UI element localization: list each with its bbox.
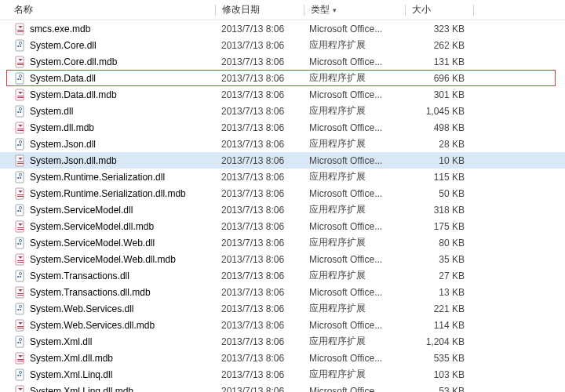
table-row[interactable]: System.Xml.dll.mdb2013/7/13 8:06Microsof… (0, 350, 565, 366)
table-row[interactable]: System.Web.Services.dll2013/7/13 8:06应用程… (0, 300, 565, 317)
table-row[interactable]: System.Xml.Linq.dll2013/7/13 8:06应用程序扩展1… (0, 366, 565, 383)
table-row[interactable]: System.Json.dll.mdb2013/7/13 8:06Microso… (0, 152, 565, 169)
svg-rect-65 (17, 328, 24, 328)
cell-date: 2013/7/13 8:06 (215, 89, 303, 100)
file-name: System.Xml.Linq.dll.mdb (30, 386, 133, 393)
table-row[interactable]: System.Transactions.dll.mdb2013/7/13 8:0… (0, 284, 565, 300)
cell-date: 2013/7/13 8:06 (215, 353, 303, 364)
svg-rect-58 (17, 295, 24, 296)
cell-size: 221 KB (403, 303, 471, 314)
svg-rect-1 (17, 30, 24, 31)
table-row[interactable]: System.Core.dll.mdb2013/7/13 8:06Microso… (0, 53, 565, 70)
mdb-file-icon (14, 89, 27, 101)
mdb-file-icon (14, 385, 27, 393)
table-row[interactable]: System.ServiceModel.dll2013/7/13 8:06应用程… (0, 201, 565, 218)
column-header-row: 名称 修改日期 类型 ▾ 大小 (0, 0, 565, 20)
table-row[interactable]: System.Data.dll.mdb2013/7/13 8:06Microso… (0, 86, 565, 103)
cell-date: 2013/7/13 8:06 (215, 303, 303, 314)
cell-date: 2013/7/13 8:06 (215, 320, 303, 331)
cell-size: 80 KB (403, 238, 471, 249)
dll-file-icon (14, 368, 27, 381)
table-row[interactable]: System.ServiceModel.Web.dll.mdb2013/7/13… (0, 251, 565, 267)
svg-rect-72 (17, 361, 24, 361)
dll-file-icon (14, 303, 27, 315)
file-name: System.dll.mdb (30, 122, 94, 133)
cell-date: 2013/7/13 8:06 (215, 386, 303, 393)
cell-size: 301 KB (403, 89, 471, 100)
dll-file-icon (14, 105, 27, 118)
svg-rect-23 (17, 130, 24, 131)
svg-rect-46 (17, 243, 19, 245)
cell-type: 应用程序扩展 (303, 302, 403, 315)
cell-type: Microsoft Office... (303, 188, 403, 199)
table-row[interactable]: System.Runtime.Serialization.dll2013/7/1… (0, 169, 565, 185)
dll-file-icon (14, 171, 27, 183)
table-row[interactable]: smcs.exe.mdb2013/7/13 8:06Microsoft Offi… (0, 20, 565, 37)
cell-name: System.Runtime.Serialization.dll.mdb (0, 187, 215, 200)
cell-type: Microsoft Office... (303, 287, 403, 298)
header-separator[interactable] (473, 5, 474, 16)
svg-rect-4 (17, 45, 19, 47)
table-row[interactable]: System.Core.dll2013/7/13 8:06应用程序扩展262 K… (0, 37, 565, 53)
cell-size: 10 KB (403, 155, 471, 166)
column-header-date[interactable]: 修改日期 (216, 0, 304, 20)
cell-size: 35 KB (403, 254, 471, 265)
table-row[interactable]: System.ServiceModel.dll.mdb2013/7/13 8:0… (0, 218, 565, 234)
table-row[interactable]: System.dll.mdb2013/7/13 8:06Microsoft Of… (0, 119, 565, 136)
cell-size: 13 KB (403, 287, 471, 298)
cell-date: 2013/7/13 8:06 (215, 24, 303, 34)
file-name: System.Data.dll.mdb (30, 89, 117, 100)
svg-rect-56 (16, 287, 24, 298)
cell-type: 应用程序扩展 (303, 335, 403, 348)
svg-rect-16 (17, 97, 24, 98)
cell-date: 2013/7/13 8:06 (215, 336, 303, 347)
cell-date: 2013/7/13 8:06 (215, 155, 303, 166)
cell-name: System.Xml.dll (0, 336, 215, 348)
svg-rect-33 (20, 177, 21, 179)
file-name: System.Transactions.dll (30, 270, 129, 281)
table-row[interactable]: System.Web.Services.dll.mdb2013/7/13 8:0… (0, 317, 565, 333)
cell-date: 2013/7/13 8:06 (215, 188, 303, 199)
cell-size: 1,204 KB (403, 336, 471, 347)
cell-type: Microsoft Office... (303, 56, 403, 67)
cell-type: Microsoft Office... (303, 353, 403, 364)
svg-rect-74 (17, 375, 19, 376)
svg-rect-25 (17, 144, 19, 146)
svg-rect-22 (17, 129, 24, 129)
column-header-name[interactable]: 名称 (0, 0, 215, 20)
cell-date: 2013/7/13 8:06 (215, 287, 303, 298)
column-header-size[interactable]: 大小 (406, 0, 473, 20)
table-row[interactable]: System.Xml.Linq.dll.mdb2013/7/13 8:06Mic… (0, 383, 565, 392)
dll-file-icon (14, 138, 27, 151)
cell-size: 318 KB (403, 205, 471, 216)
cell-date: 2013/7/13 8:06 (215, 254, 303, 265)
cell-type: 应用程序扩展 (303, 203, 403, 216)
file-name: System.Transactions.dll.mdb (30, 287, 151, 298)
table-row[interactable]: System.Runtime.Serialization.dll.mdb2013… (0, 185, 565, 201)
file-name: System.ServiceModel.dll (30, 205, 133, 216)
svg-rect-19 (20, 111, 21, 113)
cell-type: 应用程序扩展 (303, 368, 403, 381)
column-header-label: 大小 (412, 3, 431, 16)
cell-size: 28 KB (403, 139, 471, 150)
file-name: System.Web.Services.dll.mdb (30, 320, 155, 331)
mdb-file-icon (14, 56, 27, 68)
table-row[interactable]: System.Data.dll2013/7/13 8:06应用程序扩展696 K… (0, 70, 565, 86)
file-name: System.Web.Services.dll (30, 303, 134, 314)
cell-name: System.dll (0, 105, 215, 118)
cell-name: System.ServiceModel.dll (0, 204, 215, 216)
table-row[interactable]: System.Transactions.dll2013/7/13 8:06应用程… (0, 267, 565, 284)
svg-rect-75 (20, 375, 21, 376)
table-row[interactable]: System.ServiceModel.Web.dll2013/7/13 8:0… (0, 234, 565, 251)
cell-name: System.Json.dll (0, 138, 215, 151)
cell-name: System.Core.dll.mdb (0, 56, 215, 68)
column-header-label: 名称 (14, 3, 33, 16)
table-row[interactable]: System.Xml.dll2013/7/13 8:06应用程序扩展1,204 … (0, 333, 565, 350)
column-header-type[interactable]: 类型 ▾ (304, 0, 405, 20)
svg-rect-5 (20, 45, 21, 47)
cell-date: 2013/7/13 8:06 (215, 139, 303, 150)
cell-type: Microsoft Office... (303, 254, 403, 265)
table-row[interactable]: System.Json.dll2013/7/13 8:06应用程序扩展28 KB (0, 136, 565, 152)
file-name: System.ServiceModel.Web.dll.mdb (30, 254, 176, 265)
table-row[interactable]: System.dll2013/7/13 8:06应用程序扩展1,045 KB (0, 103, 565, 119)
